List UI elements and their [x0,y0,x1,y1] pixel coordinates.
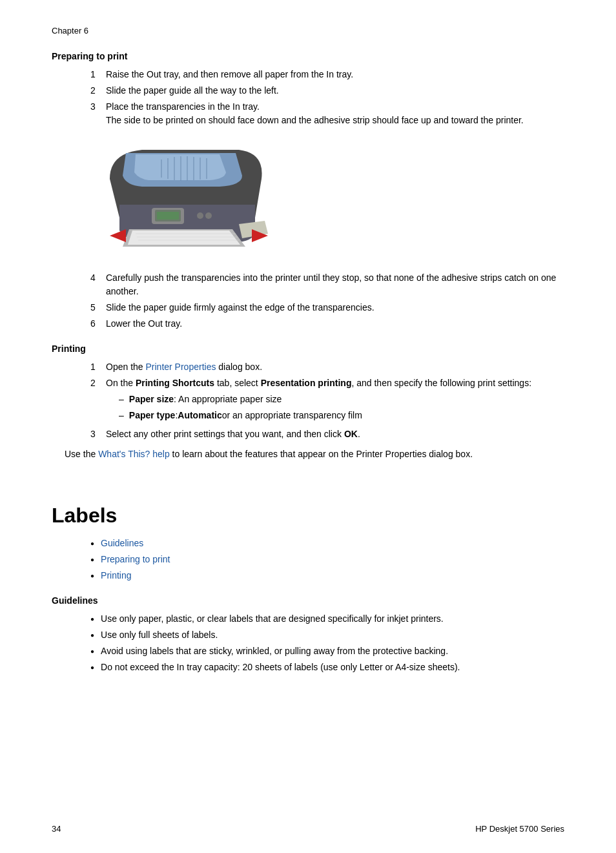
printer-illustration [90,140,271,256]
guideline-3: Avoid using labels that are sticky, wrin… [90,644,564,658]
printer-properties-link[interactable]: Printer Properties [146,362,216,372]
printing-step-3: 3 Select any other print settings that y… [90,427,564,441]
guidelines-link[interactable]: Guidelines [101,537,143,550]
product-name: HP Deskjet 5700 Series [475,824,564,834]
toc-item-printing: Printing [90,569,564,582]
preparing-to-print-heading: Preparing to print [52,51,564,61]
step-3: 3 Place the transparencies in the In tra… [90,100,564,127]
printing-step-1: 1 Open the Printer Properties dialog box… [90,360,564,374]
printing-step-1-text: Open the Printer Properties dialog box. [106,360,564,374]
preparing-to-print-link[interactable]: Preparing to print [101,553,170,566]
steps-list-2: 4 Carefully push the transparencies into… [90,271,564,331]
guidelines-section: Guidelines Use only paper, plastic, or c… [52,595,564,674]
printing-step-2-num: 2 [90,376,106,425]
step-4-text: Carefully push the transparencies into t… [106,271,564,298]
step-6: 6 Lower the Out tray. [90,317,564,331]
step-2-text: Slide the paper guide all the way to the… [106,84,564,98]
step-1-text: Raise the Out tray, and then remove all … [106,68,564,81]
printing-heading: Printing [52,344,564,354]
guidelines-heading: Guidelines [52,595,564,606]
printing-section: Printing 1 Open the Printer Properties d… [52,344,564,461]
svg-marker-3 [110,229,126,242]
printer-image-container [90,140,564,258]
labels-section: Labels Guidelines Preparing to print Pri… [52,504,564,582]
labels-heading: Labels [52,504,564,528]
toc-item-guidelines: Guidelines [90,537,564,550]
guideline-1: Use only paper, plastic, or clear labels… [90,612,564,626]
paper-type-setting: Paper type: Automatic or an appropriate … [119,409,564,422]
svg-point-9 [205,212,212,219]
paper-size-setting: Paper size: An appropriate paper size [119,393,564,406]
chapter-label: Chapter 6 [52,26,564,36]
whats-this-link[interactable]: What's This? help [98,449,170,459]
printing-steps-list: 1 Open the Printer Properties dialog box… [90,360,564,441]
step-2: 2 Slide the paper guide all the way to t… [90,84,564,98]
guideline-4: Do not exceed the In tray capacity: 20 s… [90,661,564,674]
step-1-num: 1 [90,68,106,81]
labels-toc-list: Guidelines Preparing to print Printing [90,537,564,582]
toc-item-preparing: Preparing to print [90,553,564,566]
whats-this-help-text: Use the What's This? help to learn about… [65,447,564,461]
printing-step-3-text: Select any other print settings that you… [106,427,564,441]
guidelines-list: Use only paper, plastic, or clear labels… [90,612,564,674]
svg-rect-7 [157,212,179,220]
step-3-text: Place the transparencies in the In tray.… [106,100,564,127]
page-number: 34 [52,824,61,834]
svg-point-8 [197,212,203,219]
step-2-num: 2 [90,84,106,98]
printing-step-2-text: On the Printing Shortcuts tab, select Pr… [106,376,564,425]
footer: 34 HP Deskjet 5700 Series [52,824,564,834]
step-5-text: Slide the paper guide firmly against the… [106,301,564,314]
step-6-text: Lower the Out tray. [106,317,564,331]
steps-list-1: 1 Raise the Out tray, and then remove al… [90,68,564,127]
step-4: 4 Carefully push the transparencies into… [90,271,564,298]
step-6-num: 6 [90,317,106,331]
step-5: 5 Slide the paper guide firmly against t… [90,301,564,314]
step-5-num: 5 [90,301,106,314]
print-settings-list: Paper size: An appropriate paper size Pa… [119,393,564,422]
printing-step-2: 2 On the Printing Shortcuts tab, select … [90,376,564,425]
page: Chapter 6 Preparing to print 1 Raise the… [0,0,616,853]
printing-link[interactable]: Printing [101,569,131,582]
step-4-num: 4 [90,271,106,298]
printing-step-3-num: 3 [90,427,106,441]
step-1: 1 Raise the Out tray, and then remove al… [90,68,564,81]
step-3-num: 3 [90,100,106,127]
preparing-to-print-section: Preparing to print 1 Raise the Out tray,… [52,51,564,331]
printing-step-1-num: 1 [90,360,106,374]
guideline-2: Use only full sheets of labels. [90,628,564,642]
